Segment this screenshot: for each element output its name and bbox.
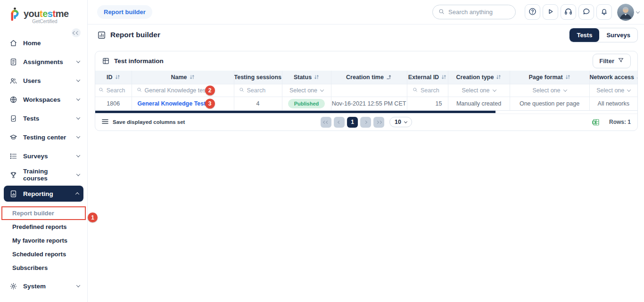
clipboard-check-icon — [9, 114, 17, 122]
search-icon — [239, 87, 244, 94]
first-page-button[interactable] — [321, 117, 331, 128]
gear-icon — [9, 282, 17, 290]
help-icon — [528, 7, 537, 17]
sidebar-subitem-label: Predefined reports — [12, 223, 67, 230]
brand-logo: youtestme GetCertified — [0, 0, 87, 24]
chevron-down-icon — [77, 60, 80, 63]
sidebar-item-label: Reporting — [23, 190, 70, 197]
column-header-name[interactable]: Name — [132, 71, 234, 84]
sidebar-item-label: Tests — [23, 115, 71, 122]
document-icon — [9, 58, 17, 66]
cell-page-format: One question per page — [510, 97, 589, 110]
page-number-button[interactable]: 1 — [347, 117, 358, 128]
status-filter-select[interactable]: Select one — [282, 87, 331, 94]
play-icon — [546, 7, 555, 17]
id-filter-input[interactable] — [107, 87, 128, 94]
export-excel-button[interactable] — [592, 118, 600, 126]
brand-logo-icon — [9, 7, 20, 24]
sidebar-item-report-builder[interactable]: Report builder — [0, 206, 87, 220]
page-header: Report builder Tests Surveys — [88, 24, 644, 45]
chevron-down-icon — [77, 155, 80, 157]
sidebar-collapse-button[interactable] — [72, 28, 81, 37]
column-header-creation-type[interactable]: Creation type — [448, 71, 510, 84]
sidebar-subitem-label: Subscribers — [12, 264, 48, 271]
tab-tests[interactable]: Tests — [570, 28, 599, 42]
column-header-page-format[interactable]: Page format — [510, 71, 589, 84]
sidebar-item-surveys[interactable]: Surveys — [0, 147, 87, 165]
home-icon — [9, 39, 17, 47]
sidebar-item-reporting[interactable]: Reporting — [4, 186, 83, 202]
tab-surveys[interactable]: Surveys — [599, 28, 637, 42]
table-row: 1806 General Knowledge Test3 4 Published… — [95, 97, 637, 110]
name-filter[interactable] — [132, 87, 234, 94]
chevron-down-icon — [492, 88, 496, 91]
chevron-down-icon — [320, 88, 324, 91]
external-id-filter-input[interactable] — [421, 87, 442, 94]
column-header-status[interactable]: Status — [282, 71, 331, 84]
cell-status: Published — [282, 97, 331, 110]
sidebar-item-label: Workspaces — [23, 96, 71, 103]
search-input[interactable] — [448, 8, 505, 16]
sidebar-item-testing-center[interactable]: Testing center — [0, 128, 87, 147]
last-page-button[interactable] — [373, 117, 384, 128]
reporting-submenu: Report builder Predefined reports My fav… — [0, 203, 87, 277]
help-button[interactable] — [525, 4, 540, 20]
sidebar-item-label: Users — [23, 77, 71, 84]
global-search[interactable] — [432, 5, 516, 19]
status-badge: Published — [288, 99, 325, 108]
search-icon — [438, 8, 445, 16]
filter-button[interactable]: Filter — [593, 54, 631, 68]
sessions-filter-input[interactable] — [247, 87, 273, 94]
sidebar-item-subscribers[interactable]: Subscribers — [0, 261, 87, 275]
sessions-filter[interactable] — [234, 87, 282, 94]
column-header-testing-sessions[interactable]: Testing sessions — [234, 71, 282, 84]
page-size-select[interactable]: 10 — [389, 117, 412, 127]
sort-icon — [115, 74, 120, 80]
sidebar-item-assignments[interactable]: Assignments — [0, 52, 87, 71]
scrollbar-thumb[interactable] — [95, 111, 495, 113]
column-header-id[interactable]: ID — [95, 71, 132, 84]
list-icon — [9, 152, 17, 160]
breadcrumb[interactable]: Report builder — [97, 5, 152, 19]
trophy-icon — [9, 171, 17, 179]
column-header-network-access[interactable]: Network access — [589, 71, 637, 84]
page-format-filter-select[interactable]: Select one — [510, 87, 589, 94]
chevron-right-icon — [364, 120, 367, 123]
sidebar-item-scheduled-reports[interactable]: Scheduled reports — [0, 247, 87, 261]
test-information-panel: Test information Filter ID Name Testing … — [95, 51, 638, 131]
user-menu[interactable] — [617, 4, 639, 21]
sidebar-item-label: Surveys — [23, 153, 71, 160]
support-button[interactable] — [561, 4, 576, 20]
sidebar-item-my-favorite-reports[interactable]: My favorite reports — [0, 234, 87, 247]
topbar: Report builder — [88, 0, 644, 24]
cell-id: 1806 — [95, 97, 132, 110]
save-columns-button[interactable]: Save displayed columns set — [102, 119, 185, 125]
sidebar-item-workspaces[interactable]: Workspaces — [0, 90, 87, 109]
test-name-link[interactable]: General Knowledge Test — [138, 100, 206, 107]
sidebar-item-system[interactable]: System — [0, 277, 87, 295]
main-content: Report builder — [88, 0, 644, 302]
network-access-filter-select[interactable]: Select one — [590, 87, 638, 94]
external-id-filter[interactable] — [407, 87, 448, 94]
sort-ascending-icon — [386, 74, 392, 80]
creation-type-filter-select[interactable]: Select one — [448, 87, 510, 94]
column-header-creation-time[interactable]: Creation time — [331, 71, 407, 84]
previous-page-button[interactable] — [334, 117, 345, 128]
next-page-button[interactable] — [360, 117, 371, 128]
id-filter[interactable] — [95, 87, 132, 94]
annotation-badge-2: 2 — [205, 85, 215, 95]
sidebar-item-users[interactable]: Users — [0, 71, 87, 90]
chat-icon — [582, 7, 591, 17]
notifications-button[interactable] — [596, 4, 612, 20]
column-header-external-id[interactable]: External ID — [407, 71, 448, 84]
name-filter-input[interactable] — [145, 87, 229, 94]
sidebar-item-tests[interactable]: Tests — [0, 109, 87, 128]
tutorials-button[interactable] — [543, 4, 558, 20]
sidebar-item-label: System — [23, 283, 71, 290]
sidebar-item-predefined-reports[interactable]: Predefined reports — [0, 220, 87, 234]
sidebar: youtestme GetCertified Home Assignments … — [0, 0, 88, 302]
sidebar-item-training-courses[interactable]: Training courses — [0, 165, 87, 184]
messages-button[interactable] — [578, 4, 594, 20]
sort-icon — [565, 74, 570, 80]
search-icon — [137, 87, 142, 94]
